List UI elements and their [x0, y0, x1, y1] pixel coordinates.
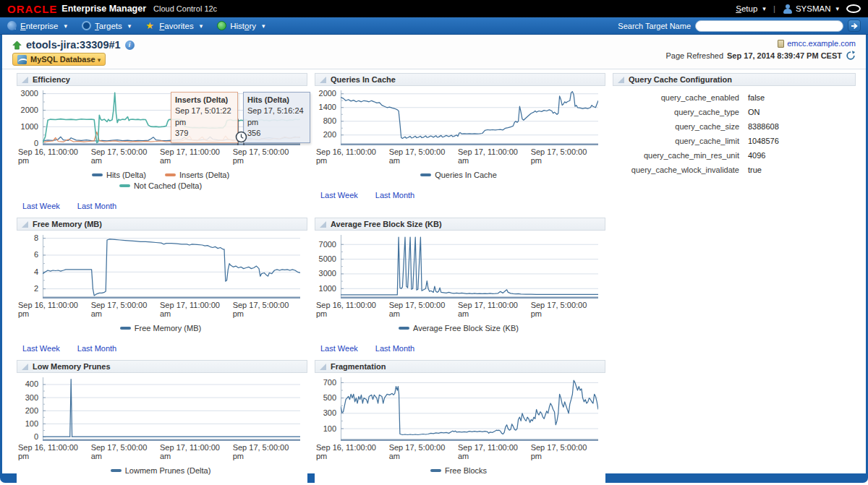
legend-label: Inserts (Delta) — [179, 171, 229, 179]
target-type-menu-button[interactable]: MySQL Database — [12, 53, 106, 66]
x-axis-label: Sep 17, 5:00:00 am — [91, 301, 160, 318]
series-free-memory-mb- — [43, 239, 300, 296]
last-week-link[interactable]: Last Week — [320, 191, 358, 199]
x-axis-label: Sep 16, 11:00:00 pm — [18, 443, 91, 460]
config-value: 8388608 — [748, 122, 779, 131]
nav-bar: EnterpriseTargetsFavoritesHistory Search… — [0, 17, 868, 35]
enterprise-icon — [7, 21, 17, 30]
last-week-link[interactable]: Last Week — [22, 344, 60, 353]
x-axis-label: Sep 16, 11:00:00 pm — [316, 443, 389, 460]
queries_in_cache-chart[interactable] — [341, 90, 598, 145]
legend-swatch — [119, 184, 130, 187]
config-value: false — [748, 93, 765, 102]
chart-legend: Free Blocks — [350, 466, 567, 475]
panel-title: Fragmentation — [331, 362, 386, 371]
panel-title: Average Free Block Size (KB) — [331, 220, 442, 228]
chart-tooltip: Inserts (Delta)Sep 17, 5:01:22 pm379 — [171, 92, 238, 143]
panel-title: Efficiency — [33, 75, 70, 84]
logout-icon[interactable] — [846, 4, 861, 13]
collapse-icon[interactable] — [618, 77, 624, 83]
series-free-blocks — [341, 380, 598, 434]
config-row: query_cache_min_res_unit4096 — [613, 151, 851, 160]
last-month-link[interactable]: Last Month — [77, 344, 116, 353]
chart-legend: Hits (Delta)Inserts (Delta)Not Cached (D… — [52, 171, 269, 190]
chart-legend: Average Free Block Size (KB) — [350, 324, 567, 332]
fragmentation-chart[interactable] — [341, 377, 598, 441]
x-axis-label: Sep 17, 5:00:00 pm — [233, 443, 302, 460]
oracle-logo: ORACLE — [7, 3, 57, 15]
setup-label: Setup — [736, 4, 757, 13]
last-month-link[interactable]: Last Month — [375, 191, 414, 199]
target-type-label: MySQL Database — [30, 55, 101, 64]
menu-enterprise[interactable]: Enterprise — [7, 21, 67, 30]
user-icon — [783, 4, 793, 14]
clock-icon — [235, 131, 247, 145]
top-bar: ORACLE Enterprise Manager Cloud Control … — [0, 0, 868, 17]
legend-swatch — [399, 327, 409, 330]
legend-item: Queries In Cache — [420, 171, 497, 179]
x-axis-label: Sep 17, 5:00:00 am — [389, 301, 458, 318]
legend-swatch — [120, 327, 131, 330]
legend-swatch — [92, 173, 103, 176]
panel-query-cache-configuration: Query Cache Configuration query_cache_en… — [613, 73, 856, 212]
info-icon[interactable]: i — [125, 40, 135, 50]
free_memory-chart[interactable] — [43, 235, 300, 299]
series-average-free-block-size-kb- — [341, 237, 598, 295]
x-axis-label: Sep 17, 5:00:00 am — [91, 147, 160, 165]
search-go-button[interactable] — [848, 20, 861, 32]
y-tick-label: 800 — [323, 116, 336, 125]
last-week-link[interactable]: Last Week — [320, 344, 358, 353]
collapse-icon[interactable] — [22, 364, 28, 370]
last-week-link[interactable]: Last Week — [22, 202, 60, 210]
avg_free_block-chart[interactable] — [341, 235, 598, 299]
y-tick-label: 2 — [34, 284, 38, 293]
series-queries-in-cache — [341, 92, 598, 139]
legend-item: Average Free Block Size (KB) — [399, 324, 519, 332]
y-tick-label: 8 — [34, 233, 38, 242]
search-target-input[interactable] — [695, 20, 843, 32]
x-axis-label: Sep 16, 11:00:00 pm — [316, 147, 389, 165]
last-month-link[interactable]: Last Month — [77, 202, 116, 210]
x-axis-label: Sep 17, 11:00:00 am — [160, 443, 233, 460]
legend-label: Average Free Block Size (KB) — [413, 324, 519, 332]
menu-favorites[interactable]: Favorites — [145, 21, 203, 31]
panel-low-memory-prunes: Low Memory Prunes 0100200300400Sep 16, 1… — [17, 360, 307, 485]
y-tick-label: 1000 — [21, 122, 38, 131]
x-axis-label: Sep 17, 5:00:00 am — [91, 443, 160, 460]
panel-title: Queries In Cache — [331, 75, 396, 84]
collapse-icon[interactable] — [320, 364, 326, 370]
menu-label: History — [230, 22, 256, 30]
refresh-icon[interactable] — [846, 51, 856, 61]
x-axis-label: Sep 16, 11:00:00 pm — [18, 147, 91, 165]
x-axis-label: Sep 17, 11:00:00 am — [458, 147, 531, 165]
menu-label: Targets — [95, 22, 122, 30]
panel-title: Query Cache Configuration — [629, 75, 732, 84]
legend-swatch — [111, 469, 122, 472]
collapse-icon[interactable] — [320, 221, 326, 228]
config-row: query_cache_size8388608 — [613, 122, 851, 131]
panel-fragmentation: Fragmentation 100300500700Sep 16, 11:00:… — [315, 360, 605, 485]
setup-menu[interactable]: Setup — [736, 4, 766, 13]
menu-history[interactable]: History — [217, 21, 265, 30]
collapse-icon[interactable] — [22, 221, 28, 228]
legend-label: Hits (Delta) — [106, 171, 146, 179]
y-tick-label: 6 — [34, 250, 38, 259]
legend-label: Not Cached (Delta) — [134, 181, 202, 190]
chart-legend: Lowmem Prunes (Delta) — [52, 466, 269, 475]
collapse-icon[interactable] — [22, 77, 28, 83]
low_memory_prunes-chart[interactable] — [43, 377, 300, 441]
collapse-icon[interactable] — [320, 77, 326, 83]
host-link[interactable]: emcc.example.com — [787, 39, 856, 48]
last-month-link[interactable]: Last Month — [375, 344, 414, 353]
config-key: query_cache_enabled — [613, 93, 739, 102]
x-axis-label: Sep 16, 11:00:00 pm — [18, 301, 91, 318]
config-key: query_cache_size — [613, 122, 739, 131]
chart-legend: Queries In Cache — [350, 171, 567, 179]
search-target-label: Search Target Name — [618, 22, 691, 30]
menu-targets[interactable]: Targets — [82, 21, 131, 30]
y-tick-label: 2000 — [21, 106, 38, 114]
x-axis-label: Sep 16, 11:00:00 pm — [316, 301, 389, 318]
user-menu[interactable]: SYSMAN — [783, 4, 839, 14]
y-tick-label: 100 — [323, 424, 336, 433]
legend-item: Inserts (Delta) — [165, 171, 229, 179]
